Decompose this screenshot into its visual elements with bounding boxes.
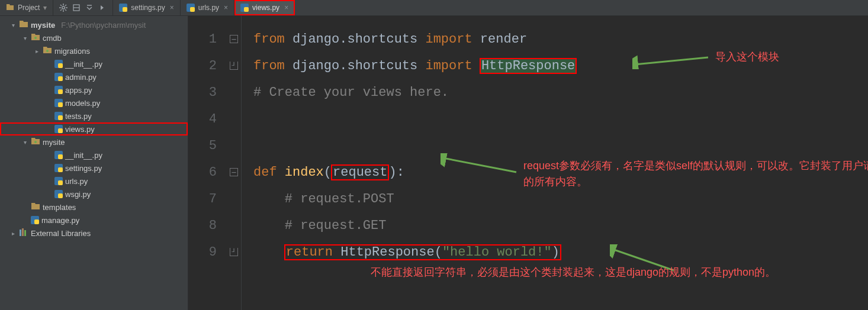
python-file-icon: [240, 4, 249, 12]
code-text: ):: [388, 165, 404, 180]
svg-rect-40: [58, 193, 63, 198]
tree-file-manage[interactable]: manage.py: [0, 214, 188, 227]
tree-label: mysite: [31, 21, 55, 30]
function-name: index: [285, 165, 324, 180]
annotation-text-return: 不能直接返回字符串，必须是由这个类封装起来，这是django的规则，不是pyth…: [371, 264, 838, 280]
python-file-icon: [54, 125, 63, 133]
tree-folder-migrations[interactable]: ▸ migrations: [0, 44, 188, 57]
svg-rect-36: [58, 167, 63, 172]
close-icon[interactable]: ×: [284, 4, 288, 12]
tree-folder-mysite[interactable]: ▾ mysite: [0, 135, 188, 148]
chevron-right-icon[interactable]: ▸: [9, 230, 17, 237]
hide-icon[interactable]: [72, 4, 81, 12]
tree-external-libs[interactable]: ▸ External Libraries: [0, 227, 188, 240]
code-editor[interactable]: 1 2 3 4 5 6 7 8 9 ─ ┘ ─ ┘: [188, 16, 868, 310]
gutter: 1 2 3 4 5 6 7 8 9 ─ ┘ ─ ┘: [188, 16, 242, 310]
python-file-icon: [54, 190, 63, 198]
tree-file-admin[interactable]: admin.py: [0, 70, 188, 83]
svg-point-0: [62, 7, 65, 9]
tab-views[interactable]: views.py ×: [234, 0, 295, 15]
gear-icon[interactable]: [59, 4, 67, 12]
tree-label: __init__.py: [65, 60, 102, 69]
fold-marker-icon[interactable]: ─: [230, 35, 238, 43]
svg-rect-15: [190, 7, 195, 12]
tree-label: apps.py: [65, 86, 92, 95]
line-number: 3: [188, 79, 217, 106]
python-file-icon: [54, 151, 63, 159]
svg-point-32: [34, 141, 37, 143]
tree-label: migrations: [54, 47, 90, 56]
tree-label: tests.py: [65, 112, 92, 121]
tree-file-apps[interactable]: apps.py: [0, 83, 188, 96]
tree-file-init[interactable]: __init__.py: [0, 57, 188, 70]
keyword: import: [425, 32, 472, 47]
project-label: Project: [18, 4, 40, 12]
tree-file-models[interactable]: models.py: [0, 96, 188, 109]
tree-folder-cmdb[interactable]: ▾ cmdb: [0, 31, 188, 44]
line-number: 5: [188, 133, 217, 159]
svg-line-7: [60, 9, 62, 11]
tree-label: External Libraries: [31, 229, 91, 238]
collapse-icon[interactable]: [85, 4, 94, 12]
code-text: django.shortcuts: [285, 59, 426, 73]
code-area[interactable]: from django.shortcuts import render from…: [242, 16, 868, 310]
python-file-icon: [31, 216, 39, 224]
tree-label: settings.py: [65, 164, 102, 173]
keyword: from: [253, 59, 285, 73]
line-number: 1: [188, 26, 217, 53]
line-number: 6: [188, 159, 217, 186]
project-dropdown[interactable]: Project ▾: [0, 0, 53, 15]
string-literal: "hello world!": [442, 245, 552, 260]
line-number: 4: [188, 106, 217, 133]
svg-line-47: [443, 158, 516, 172]
tree-file-init2[interactable]: __init__.py: [0, 148, 188, 162]
tab-urls[interactable]: urls.py ×: [181, 0, 234, 15]
code-line-6: def index(request):: [253, 159, 404, 186]
tree-label: wsgi.py: [65, 190, 91, 199]
keyword: from: [253, 32, 285, 47]
svg-line-46: [635, 57, 708, 64]
fold-end-icon[interactable]: ┘: [230, 62, 238, 70]
arrow-icon[interactable]: [98, 4, 107, 12]
svg-rect-42: [34, 219, 39, 224]
fold-end-icon[interactable]: ┘: [230, 248, 238, 256]
library-icon: [19, 228, 28, 238]
close-icon[interactable]: ×: [170, 4, 174, 12]
line-number: 9: [188, 239, 217, 266]
svg-point-19: [46, 50, 49, 52]
close-icon[interactable]: ×: [224, 4, 228, 12]
svg-rect-23: [58, 76, 63, 81]
chevron-down-icon[interactable]: ▾: [9, 22, 17, 28]
tree-file-tests[interactable]: tests.py: [0, 109, 188, 122]
project-tree[interactable]: ▾ mysite F:\Python\pycharm\mysit ▾ cmdb …: [0, 16, 188, 310]
chevron-right-icon[interactable]: ▸: [33, 48, 40, 54]
tree-root[interactable]: ▾ mysite F:\Python\pycharm\mysit: [0, 18, 188, 31]
tree-file-views[interactable]: views.py: [0, 122, 188, 135]
tree-folder-templates[interactable]: templates: [0, 201, 188, 214]
keyword: def: [253, 165, 285, 180]
fold-marker-icon[interactable]: ─: [230, 168, 238, 176]
svg-rect-17: [244, 7, 249, 12]
python-file-icon: [187, 4, 195, 12]
project-folder-icon: [6, 4, 14, 12]
annotation-text-request: request参数必须有，名字是类似self的默认规则，可以改。它封装了用户请求…: [523, 158, 868, 190]
tree-file-urls[interactable]: urls.py: [0, 175, 188, 188]
svg-line-8: [65, 5, 66, 6]
python-file-icon: [54, 73, 63, 81]
chevron-down-icon[interactable]: ▾: [21, 139, 28, 146]
keyword: import: [425, 59, 472, 73]
svg-rect-21: [58, 63, 63, 68]
comment-text: # request.GET: [253, 218, 386, 233]
code-text: django.shortcuts: [285, 32, 426, 47]
svg-rect-45: [24, 230, 26, 236]
folder-icon: [19, 20, 28, 30]
arrow-icon: [441, 153, 517, 177]
tree-file-wsgi[interactable]: wsgi.py: [0, 188, 188, 201]
svg-rect-27: [58, 102, 63, 107]
topbar: Project ▾ settings.py ×: [0, 0, 868, 16]
tree-file-settings[interactable]: settings.py: [0, 162, 188, 175]
code-line-8: # request.GET: [253, 212, 386, 239]
line-number: 8: [188, 212, 217, 239]
tab-settings[interactable]: settings.py ×: [113, 0, 180, 15]
chevron-down-icon[interactable]: ▾: [21, 35, 28, 41]
